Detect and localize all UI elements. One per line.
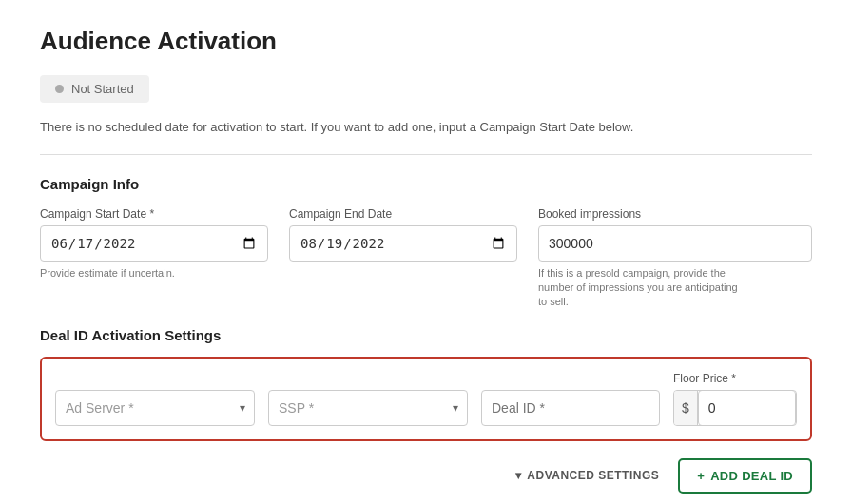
campaign-info-title: Campaign Info — [40, 176, 812, 192]
start-date-label: Campaign Start Date * — [40, 207, 268, 221]
add-deal-label: ADD DEAL ID — [710, 469, 793, 483]
page-title: Audience Activation — [40, 27, 812, 56]
status-label: Not Started — [71, 82, 134, 96]
ad-server-select-wrapper: Ad Server * ▾ — [55, 390, 255, 426]
divider — [40, 154, 812, 155]
info-text: There is no scheduled date for activatio… — [40, 118, 812, 137]
floor-price-wrapper: $ — [673, 390, 797, 426]
deal-id-input[interactable] — [481, 390, 660, 426]
advanced-settings-button[interactable]: ▾ ADVANCED SETTINGS — [515, 469, 659, 482]
end-date-group: Campaign End Date — [289, 207, 517, 262]
start-date-input[interactable] — [40, 225, 268, 262]
status-badge: Not Started — [40, 75, 149, 103]
ad-server-group: Ad Server * ▾ — [55, 390, 255, 426]
ssp-group: SSP * ▾ — [268, 390, 468, 426]
impressions-group: Booked impressions If this is a presold … — [538, 207, 812, 310]
floor-price-prefix: $ — [674, 391, 698, 425]
campaign-fields-row: Campaign Start Date * Provide estimate i… — [40, 207, 812, 310]
bottom-row: ▾ ADVANCED SETTINGS + ADD DEAL ID — [40, 458, 812, 494]
ssp-select[interactable]: SSP * — [268, 390, 468, 426]
end-date-label: Campaign End Date — [289, 207, 517, 221]
ad-server-select[interactable]: Ad Server * — [55, 390, 255, 426]
start-date-hint: Provide estimate if uncertain. — [40, 266, 249, 281]
ssp-select-wrapper: SSP * ▾ — [268, 390, 468, 426]
impressions-hint: If this is a presold campaign, provide t… — [538, 266, 747, 310]
floor-price-input[interactable] — [698, 390, 796, 426]
deal-row-wrapper: Ad Server * ▾ SSP * ▾ Floor Price * — [40, 357, 812, 441]
deal-id-section: Deal ID Activation Settings Ad Server * … — [40, 327, 812, 441]
campaign-info-section: Campaign Info Campaign Start Date * Prov… — [40, 176, 812, 310]
advanced-settings-label: ADVANCED SETTINGS — [527, 469, 659, 482]
impressions-input[interactable] — [538, 225, 812, 262]
plus-icon: + — [697, 469, 705, 483]
floor-price-group: Floor Price * $ — [673, 372, 797, 426]
deal-settings-title: Deal ID Activation Settings — [40, 327, 812, 343]
start-date-group: Campaign Start Date * Provide estimate i… — [40, 207, 268, 281]
add-deal-button[interactable]: + ADD DEAL ID — [678, 458, 812, 494]
advanced-settings-chevron-icon: ▾ — [515, 469, 522, 482]
impressions-label: Booked impressions — [538, 207, 812, 221]
floor-price-label: Floor Price * — [673, 372, 797, 385]
deal-id-group — [481, 390, 660, 426]
status-dot-icon — [55, 85, 64, 93]
deal-fields-row: Ad Server * ▾ SSP * ▾ Floor Price * — [55, 372, 797, 426]
end-date-input[interactable] — [289, 225, 517, 262]
